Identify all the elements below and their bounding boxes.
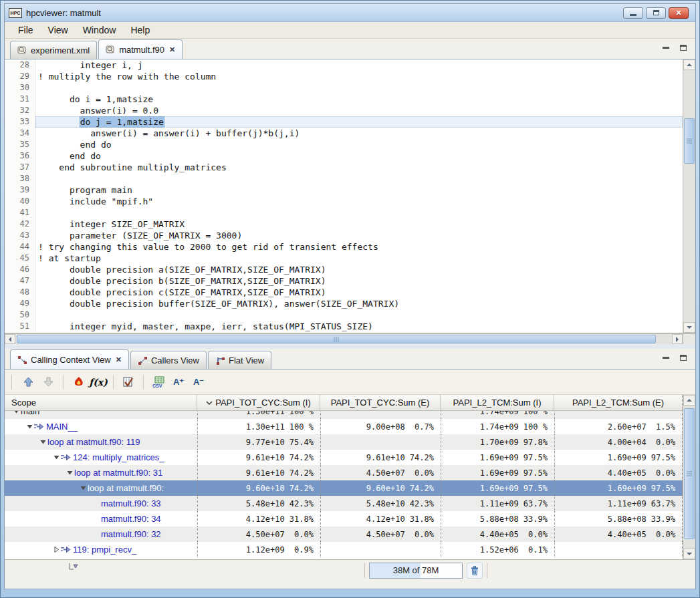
code-line[interactable]: 43 parameter (SIZE_OF_MATRIX = 3000) bbox=[5, 230, 683, 241]
expander[interactable] bbox=[65, 469, 74, 476]
code-line[interactable]: 49 double precision buffer(SIZE_OF_MATRI… bbox=[5, 298, 683, 309]
flatten-up-button[interactable] bbox=[20, 374, 36, 390]
editor-vscroll-thumb[interactable] bbox=[684, 118, 695, 164]
code-line[interactable]: 34 answer(i) = answer(i) + buffer(j)*b(j… bbox=[5, 128, 683, 139]
scroll-left-button[interactable] bbox=[5, 334, 15, 344]
code-line[interactable]: 42 integer SIZE_OF_MATRIX bbox=[5, 218, 683, 230]
code-line[interactable]: 50 bbox=[5, 309, 683, 321]
table-row[interactable]: loop at matmult.f90:9.60e+10 74.2%9.60e+… bbox=[5, 480, 683, 496]
table-row[interactable]: loop at matmult.f90: 319.61e+10 74.2%4.5… bbox=[5, 465, 683, 480]
decrease-font-button[interactable]: A⁻ bbox=[191, 374, 207, 390]
code-line[interactable]: 51 integer myid, master, maxpe, ierr, st… bbox=[5, 321, 683, 332]
code-line[interactable]: 41 bbox=[5, 207, 683, 218]
editor-hscroll-track[interactable] bbox=[15, 334, 672, 344]
expander[interactable] bbox=[51, 546, 61, 553]
derived-metric-button[interactable]: ƒ(x) bbox=[90, 374, 106, 390]
tab-matmult-f90[interactable]: matmult.f90 ✕ bbox=[98, 39, 183, 59]
table-row[interactable]: matmult.f90: 344.12e+10 31.8%4.12e+10 31… bbox=[5, 511, 683, 527]
table-row[interactable]: 119: pmpi_recv_1.12e+09 0.9%1.52e+06 0.1… bbox=[5, 542, 683, 557]
tab-flat-view[interactable]: Flat View bbox=[208, 351, 271, 369]
garbage-collect-button[interactable] bbox=[467, 563, 483, 579]
code-line[interactable]: 31 do i = 1,matsize bbox=[5, 94, 683, 105]
increase-font-button[interactable]: A⁺ bbox=[170, 374, 187, 390]
editor-vscrollbar[interactable] bbox=[683, 59, 695, 333]
expander[interactable] bbox=[78, 484, 88, 492]
window-maximize-button[interactable] bbox=[646, 7, 666, 19]
maximize-view-button[interactable] bbox=[678, 353, 689, 362]
minimize-view-button[interactable] bbox=[661, 353, 671, 362]
table-vscroll-track[interactable] bbox=[683, 406, 695, 549]
table-row[interactable]: loop at matmult.f90: 1199.77e+10 75.4%1.… bbox=[5, 434, 683, 450]
splitter-sash[interactable] bbox=[5, 344, 695, 349]
code-line[interactable]: 45! at startup bbox=[5, 253, 683, 264]
scroll-up-button[interactable] bbox=[683, 59, 695, 70]
table-row[interactable]: main1.30e+11 100 %1.74e+09 100 % bbox=[5, 411, 683, 419]
table-row[interactable]: matmult.f90: 324.50e+07 0.0%4.50e+07 0.0… bbox=[5, 527, 683, 542]
expand-icon[interactable] bbox=[13, 411, 20, 415]
column-header-papi-l2-tcm-e[interactable]: PAPI_L2_TCM:Sum (E) bbox=[554, 395, 683, 410]
scroll-down-button[interactable] bbox=[683, 549, 695, 559]
code-line[interactable]: 36 end do bbox=[5, 150, 683, 162]
collapse-icon[interactable] bbox=[53, 546, 60, 553]
toolbar-drag-handle[interactable] bbox=[11, 375, 13, 390]
flatten-down-button[interactable] bbox=[40, 374, 56, 390]
window-minimize-button[interactable] bbox=[623, 7, 643, 19]
expand-icon[interactable] bbox=[80, 484, 87, 492]
window-close-button[interactable]: ✕ bbox=[669, 7, 689, 19]
table-row[interactable]: 124: multiply_matrices_9.61e+10 74.2%9.6… bbox=[5, 450, 683, 465]
editor-vscroll-track[interactable] bbox=[683, 70, 695, 322]
menu-help[interactable]: Help bbox=[124, 23, 156, 37]
tab-close-icon[interactable]: ✕ bbox=[168, 45, 175, 54]
expand-icon[interactable] bbox=[39, 438, 47, 446]
code-line[interactable]: 28 integer i, j bbox=[5, 59, 683, 71]
code-line[interactable]: 32 answer(i) = 0.0 bbox=[5, 105, 683, 116]
fastview-icon[interactable] bbox=[68, 563, 79, 571]
editor-hscrollbar[interactable] bbox=[5, 333, 695, 344]
code-line[interactable]: 30 bbox=[5, 82, 683, 94]
expander[interactable] bbox=[38, 438, 47, 446]
scroll-down-button[interactable] bbox=[683, 322, 695, 333]
code-line[interactable]: 37 end subroutine multiply_matrices bbox=[5, 162, 683, 173]
column-header-papi-tot-cyc-i[interactable]: PAPI_TOT_CYC:Sum (I) bbox=[197, 395, 320, 410]
code-line[interactable]: 48 double precision c(SIZE_OF_MATRIX,SIZ… bbox=[5, 287, 683, 298]
code-line[interactable]: 40 include "mpif.h" bbox=[5, 196, 683, 207]
code-line[interactable]: 33 do j = 1,matsize bbox=[5, 116, 683, 128]
code-line[interactable]: 46 double precision a(SIZE_OF_MATRIX,SIZ… bbox=[5, 264, 683, 275]
expand-icon[interactable] bbox=[26, 423, 33, 430]
code-line[interactable]: 38 bbox=[5, 173, 683, 184]
menu-view[interactable]: View bbox=[41, 23, 75, 37]
minimize-view-button[interactable] bbox=[661, 43, 671, 52]
maximize-view-button[interactable] bbox=[678, 43, 689, 52]
metric-cell: 5.88e+08 33.9% bbox=[441, 511, 554, 527]
table-vscroll-thumb[interactable] bbox=[684, 408, 695, 539]
expand-icon[interactable] bbox=[53, 454, 60, 461]
table-vscrollbar[interactable] bbox=[683, 395, 695, 559]
column-header-scope[interactable]: Scope bbox=[5, 395, 197, 410]
export-csv-button[interactable]: CSV bbox=[150, 374, 166, 390]
hot-path-button[interactable] bbox=[70, 374, 86, 390]
menu-window[interactable]: Window bbox=[76, 23, 123, 37]
code-line[interactable]: 47 double precision b(SIZE_OF_MATRIX,SIZ… bbox=[5, 275, 683, 287]
expander[interactable] bbox=[51, 454, 61, 461]
editor-hscroll-thumb[interactable] bbox=[17, 335, 656, 343]
scroll-up-button[interactable] bbox=[683, 395, 695, 406]
expand-icon[interactable] bbox=[66, 469, 74, 476]
code-line[interactable]: 35 end do bbox=[5, 139, 683, 150]
scroll-right-button[interactable] bbox=[672, 334, 683, 344]
column-header-papi-l2-tcm-i[interactable]: PAPI_L2_TCM:Sum (I) bbox=[441, 395, 554, 410]
code-line[interactable]: 44! try changing this value to 2000 to g… bbox=[5, 241, 683, 253]
column-header-papi-tot-cyc-e[interactable]: PAPI_TOT_CYC:Sum (E) bbox=[320, 395, 441, 410]
expander[interactable] bbox=[11, 411, 21, 415]
titlebar[interactable]: HPC hpcviewer: matmult ✕ bbox=[5, 4, 695, 22]
code-line[interactable]: 29! multiply the row with the column bbox=[5, 71, 683, 82]
tab-close-icon[interactable]: ✕ bbox=[114, 355, 122, 364]
menu-file[interactable]: File bbox=[11, 23, 40, 37]
expander[interactable] bbox=[25, 423, 34, 430]
table-row[interactable]: MAIN__1.30e+11 100 %9.00e+08 0.7%1.74e+0… bbox=[5, 419, 683, 434]
column-chooser-button[interactable] bbox=[120, 374, 136, 390]
code-line[interactable]: 39 program main bbox=[5, 184, 683, 196]
tab-experiment-xml[interactable]: experiment.xml bbox=[10, 41, 97, 59]
tab-callers-view[interactable]: Callers View bbox=[130, 351, 207, 369]
table-row[interactable]: matmult.f90: 335.48e+10 42.3%5.48e+10 42… bbox=[5, 496, 683, 511]
tab-calling-context-view[interactable]: Calling Context View ✕ bbox=[10, 349, 129, 369]
